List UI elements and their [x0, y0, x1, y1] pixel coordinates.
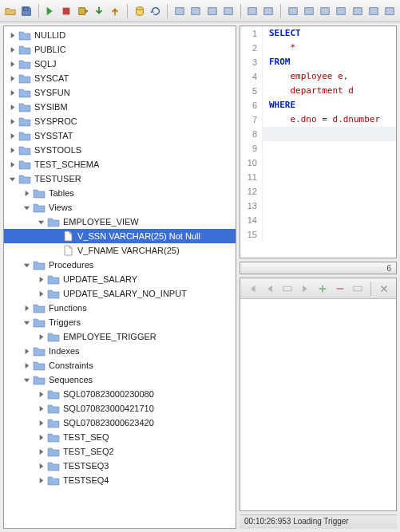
disclosure-closed-icon[interactable] — [36, 274, 46, 284]
copy-sql-icon[interactable] — [189, 4, 203, 18]
disclosure-open-icon[interactable] — [22, 375, 31, 384]
result-grid-icon[interactable] — [245, 4, 259, 18]
layout2-icon[interactable] — [302, 4, 315, 18]
add-row-icon[interactable] — [315, 282, 330, 296]
disclosure-closed-icon[interactable] — [7, 131, 17, 140]
disclosure-closed-icon[interactable] — [7, 88, 17, 97]
disclosure-closed-icon[interactable] — [7, 160, 17, 169]
tree-item[interactable]: PUBLIC — [4, 42, 236, 57]
code-content[interactable]: FROM — [263, 55, 291, 69]
sort-icon[interactable] — [366, 4, 380, 18]
tree-item[interactable]: UPDATE_SALARY — [4, 272, 236, 286]
disclosure-closed-icon[interactable] — [22, 346, 31, 356]
code-line[interactable]: 4 employee e, — [240, 69, 396, 84]
disclosure-open-icon[interactable] — [7, 174, 17, 183]
code-content[interactable] — [263, 213, 269, 227]
code-line[interactable]: 9 — [240, 141, 396, 156]
cancel-icon[interactable] — [377, 282, 391, 296]
disclosure-closed-icon[interactable] — [7, 30, 17, 40]
code-content[interactable]: e.dno = d.dnumber — [263, 112, 380, 127]
sql-editor[interactable]: 1SELECT2 *3FROM4 employee e,5 department… — [240, 26, 397, 258]
tree-item[interactable]: V_FNAME VARCHAR(25) — [4, 243, 236, 258]
prev-icon[interactable] — [263, 282, 277, 296]
tree-item[interactable]: SYSFUN — [4, 85, 236, 100]
tree-item[interactable]: TESTSEQ4 — [4, 473, 236, 487]
tree-item[interactable]: SQL070823000623420 — [4, 416, 236, 430]
tree-item[interactable]: TEST_SCHEMA — [4, 157, 236, 171]
code-line[interactable]: 14 — [240, 213, 396, 227]
disclosure-closed-icon[interactable] — [36, 475, 46, 485]
code-content[interactable] — [263, 184, 269, 199]
tree-item[interactable]: TEST_SEQ — [4, 430, 236, 444]
commit-icon[interactable] — [92, 4, 105, 18]
disclosure-open-icon[interactable] — [22, 203, 31, 212]
code-content[interactable] — [263, 127, 396, 141]
tree-item[interactable]: Triggers — [4, 315, 236, 329]
code-line[interactable]: 6WHERE — [240, 98, 396, 112]
code-line[interactable]: 3FROM — [240, 55, 396, 69]
save-icon[interactable] — [19, 4, 33, 18]
code-line[interactable]: 1SELECT — [240, 26, 396, 41]
code-line[interactable]: 15 — [240, 227, 396, 242]
disclosure-closed-icon[interactable] — [36, 389, 46, 399]
code-content[interactable]: department d — [263, 84, 354, 98]
row-icon[interactable] — [280, 282, 295, 296]
tree-item[interactable]: Procedures — [4, 258, 236, 272]
tree-item[interactable]: SYSSTAT — [4, 128, 236, 143]
run-script-icon[interactable] — [76, 4, 89, 18]
code-line[interactable]: 13 — [240, 199, 396, 213]
code-line[interactable]: 12 — [240, 184, 396, 199]
code-content[interactable]: SELECT — [263, 26, 301, 41]
filter-icon[interactable] — [350, 4, 364, 18]
disclosure-closed-icon[interactable] — [22, 361, 31, 370]
disclosure-closed-icon[interactable] — [36, 418, 46, 428]
tree-item[interactable]: EMPLOYEE_VIEW — [4, 215, 236, 229]
tree-item[interactable]: Indexes — [4, 344, 236, 358]
code-content[interactable] — [263, 170, 269, 184]
tree-item[interactable]: SYSTOOLS — [4, 143, 236, 157]
code-content[interactable]: * — [263, 41, 295, 55]
disclosure-closed-icon[interactable] — [36, 289, 46, 298]
disclosure-closed-icon[interactable] — [7, 145, 17, 155]
rollback-icon[interactable] — [109, 4, 122, 18]
code-line[interactable]: 2 * — [240, 41, 396, 55]
tree-item[interactable]: TESTSEQ3 — [4, 459, 236, 473]
code-line[interactable]: 5 department d — [240, 84, 396, 98]
tree-item[interactable]: NULLID — [4, 28, 236, 42]
new-sql-icon[interactable] — [205, 4, 219, 18]
disclosure-closed-icon[interactable] — [7, 59, 17, 69]
tree-item[interactable]: Sequences — [4, 372, 236, 387]
disclosure-open-icon[interactable] — [22, 260, 31, 270]
tree-item[interactable]: SYSCAT — [4, 71, 236, 85]
refresh-icon[interactable] — [149, 4, 162, 18]
tree-item[interactable]: TEST_SEQ2 — [4, 444, 236, 459]
code-line[interactable]: 8 — [240, 127, 396, 141]
code-content[interactable] — [263, 141, 269, 156]
code-content[interactable]: WHERE — [263, 98, 295, 112]
tree-item[interactable]: Constraints — [4, 358, 236, 372]
run-in-icon[interactable] — [44, 4, 57, 18]
disclosure-closed-icon[interactable] — [36, 461, 46, 471]
edit-icon[interactable] — [172, 4, 186, 18]
code-line[interactable]: 11 — [240, 170, 396, 184]
schema-tree[interactable]: NULLIDPUBLICSQLJSYSCATSYSFUNSYSIBMSYSPRO… — [3, 26, 236, 529]
format-icon[interactable] — [221, 4, 235, 18]
tree-item[interactable]: SYSPROC — [4, 114, 236, 128]
delete-row-icon[interactable] — [333, 282, 347, 296]
next-icon[interactable] — [298, 282, 312, 296]
disclosure-open-icon[interactable] — [22, 317, 31, 327]
disclosure-closed-icon[interactable] — [22, 188, 31, 198]
code-line[interactable]: 7 e.dno = d.dnumber — [240, 112, 396, 127]
tree-item[interactable]: SYSIBM — [4, 100, 236, 114]
copy-row-icon[interactable] — [350, 282, 365, 296]
tree-item[interactable]: Functions — [4, 301, 236, 315]
code-content[interactable] — [263, 199, 269, 213]
tree-item[interactable]: SQL070823000421710 — [4, 401, 236, 416]
folder-open-icon[interactable] — [3, 4, 17, 18]
sql-stop-icon[interactable] — [60, 4, 73, 18]
disclosure-closed-icon[interactable] — [36, 404, 46, 413]
tree-item[interactable]: SQL070823000230080 — [4, 387, 236, 401]
code-content[interactable] — [263, 156, 269, 170]
layout3-icon[interactable] — [319, 4, 332, 18]
disclosure-closed-icon[interactable] — [7, 102, 17, 112]
